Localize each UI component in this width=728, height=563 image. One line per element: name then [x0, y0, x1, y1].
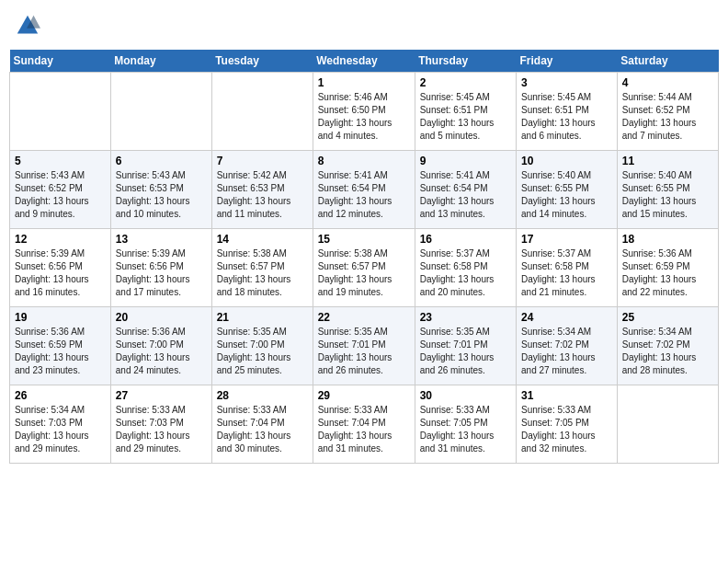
calendar-cell: 16Sunrise: 5:37 AM Sunset: 6:58 PM Dayli…: [415, 229, 516, 307]
day-number: 4: [622, 76, 713, 89]
day-number: 7: [217, 155, 308, 167]
week-row: 12Sunrise: 5:39 AM Sunset: 6:56 PM Dayli…: [10, 229, 719, 307]
day-info: Sunrise: 5:36 AM Sunset: 7:00 PM Dayligh…: [116, 326, 207, 377]
day-info: Sunrise: 5:45 AM Sunset: 6:51 PM Dayligh…: [420, 91, 511, 143]
day-number: 21: [217, 311, 308, 324]
day-number: 10: [521, 155, 612, 167]
day-number: 25: [622, 311, 713, 324]
calendar-cell: 9Sunrise: 5:41 AM Sunset: 6:54 PM Daylig…: [415, 151, 516, 229]
calendar-cell: [10, 73, 111, 151]
weekday-header: Monday: [110, 50, 211, 73]
day-number: 28: [217, 389, 308, 402]
day-number: 19: [15, 311, 106, 324]
calendar-cell: 31Sunrise: 5:33 AM Sunset: 7:05 PM Dayli…: [517, 385, 618, 464]
calendar-cell: 3Sunrise: 5:45 AM Sunset: 6:51 PM Daylig…: [517, 73, 618, 151]
day-number: 26: [15, 389, 106, 402]
calendar-cell: 18Sunrise: 5:36 AM Sunset: 6:59 PM Dayli…: [617, 229, 718, 307]
day-info: Sunrise: 5:43 AM Sunset: 6:53 PM Dayligh…: [116, 169, 207, 221]
day-number: 31: [521, 389, 612, 402]
day-number: 16: [420, 233, 511, 246]
week-row: 5Sunrise: 5:43 AM Sunset: 6:52 PM Daylig…: [10, 151, 719, 229]
day-number: 27: [116, 389, 207, 402]
day-number: 12: [15, 233, 106, 246]
calendar-cell: 26Sunrise: 5:34 AM Sunset: 7:03 PM Dayli…: [10, 385, 111, 464]
logo-icon: [15, 13, 40, 39]
day-number: 17: [521, 233, 612, 246]
calendar-cell: 20Sunrise: 5:36 AM Sunset: 7:00 PM Dayli…: [110, 307, 211, 385]
day-info: Sunrise: 5:42 AM Sunset: 6:53 PM Dayligh…: [217, 169, 308, 221]
day-info: Sunrise: 5:46 AM Sunset: 6:50 PM Dayligh…: [318, 91, 410, 143]
calendar-cell: 15Sunrise: 5:38 AM Sunset: 6:57 PM Dayli…: [313, 229, 415, 307]
calendar-cell: 23Sunrise: 5:35 AM Sunset: 7:01 PM Dayli…: [415, 307, 516, 385]
day-number: 20: [116, 311, 207, 324]
calendar-cell: 4Sunrise: 5:44 AM Sunset: 6:52 PM Daylig…: [617, 73, 718, 151]
week-row: 19Sunrise: 5:36 AM Sunset: 6:59 PM Dayli…: [10, 307, 719, 385]
day-number: 1: [318, 76, 410, 89]
day-number: 5: [15, 155, 106, 167]
day-info: Sunrise: 5:43 AM Sunset: 6:52 PM Dayligh…: [15, 169, 106, 221]
calendar-cell: [617, 385, 718, 464]
day-info: Sunrise: 5:44 AM Sunset: 6:52 PM Dayligh…: [622, 91, 713, 143]
calendar-cell: 22Sunrise: 5:35 AM Sunset: 7:01 PM Dayli…: [313, 307, 415, 385]
page-header: [9, 9, 719, 42]
day-info: Sunrise: 5:40 AM Sunset: 6:55 PM Dayligh…: [521, 169, 612, 221]
calendar-cell: 13Sunrise: 5:39 AM Sunset: 6:56 PM Dayli…: [110, 229, 211, 307]
day-number: 11: [622, 155, 713, 167]
day-info: Sunrise: 5:39 AM Sunset: 6:56 PM Dayligh…: [116, 247, 207, 299]
day-info: Sunrise: 5:36 AM Sunset: 6:59 PM Dayligh…: [622, 247, 713, 299]
day-number: 13: [116, 233, 207, 246]
calendar-cell: 2Sunrise: 5:45 AM Sunset: 6:51 PM Daylig…: [415, 73, 516, 151]
day-number: 15: [318, 233, 410, 246]
day-info: Sunrise: 5:39 AM Sunset: 6:56 PM Dayligh…: [15, 247, 106, 299]
calendar-cell: 27Sunrise: 5:33 AM Sunset: 7:03 PM Dayli…: [110, 385, 211, 464]
day-info: Sunrise: 5:38 AM Sunset: 6:57 PM Dayligh…: [318, 247, 410, 299]
calendar-cell: [211, 73, 313, 151]
day-info: Sunrise: 5:35 AM Sunset: 7:01 PM Dayligh…: [420, 326, 511, 377]
day-info: Sunrise: 5:37 AM Sunset: 6:58 PM Dayligh…: [420, 247, 511, 299]
day-number: 22: [318, 311, 410, 324]
calendar-cell: 17Sunrise: 5:37 AM Sunset: 6:58 PM Dayli…: [517, 229, 618, 307]
calendar-cell: 8Sunrise: 5:41 AM Sunset: 6:54 PM Daylig…: [313, 151, 415, 229]
day-number: 8: [318, 155, 410, 167]
calendar-cell: 12Sunrise: 5:39 AM Sunset: 6:56 PM Dayli…: [10, 229, 111, 307]
day-info: Sunrise: 5:37 AM Sunset: 6:58 PM Dayligh…: [521, 247, 612, 299]
weekday-header: Friday: [517, 50, 618, 73]
day-number: 30: [420, 389, 511, 402]
day-number: 14: [217, 233, 308, 246]
calendar-cell: 6Sunrise: 5:43 AM Sunset: 6:53 PM Daylig…: [110, 151, 211, 229]
calendar-cell: 29Sunrise: 5:33 AM Sunset: 7:04 PM Dayli…: [313, 385, 415, 464]
calendar-cell: 10Sunrise: 5:40 AM Sunset: 6:55 PM Dayli…: [517, 151, 618, 229]
day-info: Sunrise: 5:33 AM Sunset: 7:04 PM Dayligh…: [217, 404, 308, 455]
weekday-header: Saturday: [617, 50, 718, 73]
day-info: Sunrise: 5:41 AM Sunset: 6:54 PM Dayligh…: [420, 169, 511, 221]
day-number: 18: [622, 233, 713, 246]
calendar-cell: 25Sunrise: 5:34 AM Sunset: 7:02 PM Dayli…: [617, 307, 718, 385]
weekday-header: Tuesday: [211, 50, 313, 73]
day-info: Sunrise: 5:36 AM Sunset: 6:59 PM Dayligh…: [15, 326, 106, 377]
day-info: Sunrise: 5:33 AM Sunset: 7:03 PM Dayligh…: [116, 404, 207, 455]
day-number: 23: [420, 311, 511, 324]
header-row: SundayMondayTuesdayWednesdayThursdayFrid…: [10, 50, 719, 73]
calendar-cell: 7Sunrise: 5:42 AM Sunset: 6:53 PM Daylig…: [211, 151, 313, 229]
day-number: 24: [521, 311, 612, 324]
calendar-cell: 28Sunrise: 5:33 AM Sunset: 7:04 PM Dayli…: [211, 385, 313, 464]
day-info: Sunrise: 5:38 AM Sunset: 6:57 PM Dayligh…: [217, 247, 308, 299]
day-info: Sunrise: 5:33 AM Sunset: 7:05 PM Dayligh…: [420, 404, 511, 455]
day-number: 6: [116, 155, 207, 167]
weekday-header: Thursday: [415, 50, 516, 73]
calendar-cell: 30Sunrise: 5:33 AM Sunset: 7:05 PM Dayli…: [415, 385, 516, 464]
day-info: Sunrise: 5:40 AM Sunset: 6:55 PM Dayligh…: [622, 169, 713, 221]
day-number: 29: [318, 389, 410, 402]
calendar-cell: 24Sunrise: 5:34 AM Sunset: 7:02 PM Dayli…: [517, 307, 618, 385]
week-row: 1Sunrise: 5:46 AM Sunset: 6:50 PM Daylig…: [10, 73, 719, 151]
day-info: Sunrise: 5:35 AM Sunset: 7:00 PM Dayligh…: [217, 326, 308, 377]
weekday-header: Wednesday: [313, 50, 415, 73]
day-number: 2: [420, 76, 511, 89]
day-info: Sunrise: 5:33 AM Sunset: 7:04 PM Dayligh…: [318, 404, 410, 455]
day-info: Sunrise: 5:41 AM Sunset: 6:54 PM Dayligh…: [318, 169, 410, 221]
day-info: Sunrise: 5:34 AM Sunset: 7:02 PM Dayligh…: [521, 326, 612, 377]
weekday-header: Sunday: [10, 50, 111, 73]
day-number: 3: [521, 76, 612, 89]
day-info: Sunrise: 5:45 AM Sunset: 6:51 PM Dayligh…: [521, 91, 612, 143]
calendar-cell: [110, 73, 211, 151]
